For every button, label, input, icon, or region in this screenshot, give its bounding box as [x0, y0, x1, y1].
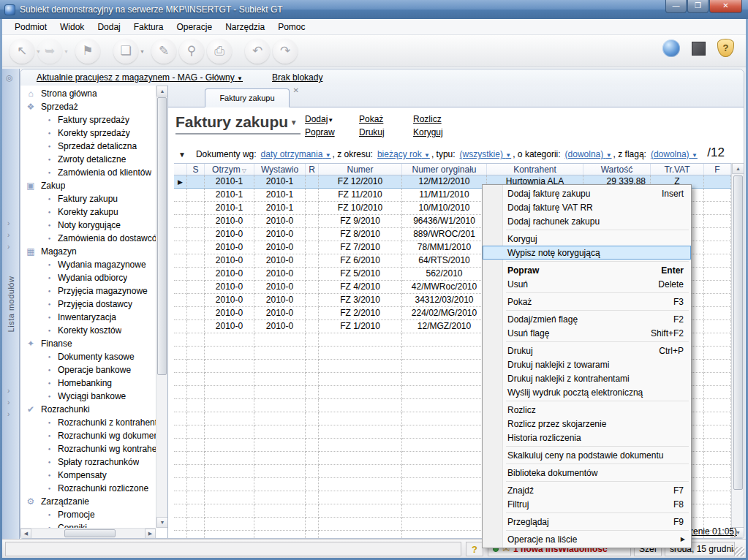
sidebar-item[interactable]: ● Faktury zakupu	[20, 192, 156, 205]
column-header-numer[interactable]: Numer	[319, 164, 402, 175]
action-link[interactable]: Rozlicz ▼	[413, 114, 467, 127]
sidebar-item[interactable]: ● Przyjęcia magazynowe	[20, 284, 156, 298]
context-menu-item[interactable]: Drukuj naklejki z kontrahentami ▶	[483, 371, 691, 385]
sidebar-item[interactable]: ● Wyciągi bankowe	[20, 390, 156, 403]
edit-document-icon[interactable]: ✎ ▼	[151, 39, 176, 64]
package-cube-icon[interactable]	[692, 42, 706, 56]
sidebar-vertical-scrollbar[interactable]: ▲ ▼	[156, 86, 167, 528]
action-link[interactable]: Pokaż ▼	[359, 114, 413, 127]
sidebar-item[interactable]: ● Korekty zakupu	[20, 205, 156, 219]
context-menu-item[interactable]: Dodaj rachunek zakupu ▶	[483, 214, 691, 228]
menubar-item[interactable]: Faktura	[127, 20, 170, 34]
warehouse-link[interactable]: Aktualnie pracujesz z magazynem - MAG - …	[37, 72, 243, 83]
menubar-item[interactable]: Dodaj	[91, 20, 126, 34]
context-menu-item[interactable]: Drukuj naklejki z towarami ▶	[483, 357, 691, 371]
context-menu-item[interactable]: Historia rozliczenia ▶	[483, 431, 691, 444]
scrollbar-thumb[interactable]	[64, 529, 116, 537]
column-header-trvat[interactable]: Tr.VAT	[651, 164, 704, 175]
column-header-kontrahent[interactable]: Kontrahent	[487, 164, 583, 175]
new-document-icon[interactable]: ❏ ▼	[113, 39, 138, 64]
title-bar[interactable]: Subiekt demonstracyjny na serwerze MKP\I…	[0, 0, 748, 19]
context-menu-item[interactable]: Wypisz notę korygującą ▶	[483, 246, 691, 260]
menubar-item[interactable]: Pomoc	[271, 20, 311, 34]
menubar-item[interactable]: Widok	[53, 20, 91, 34]
action-link[interactable]: Popraw ▼	[305, 127, 359, 140]
scrollbar-thumb[interactable]	[733, 175, 743, 490]
refresh-timer-link[interactable]: żenie 01:05)	[689, 526, 737, 537]
action-link[interactable]: Koryguj ▼	[413, 127, 467, 140]
context-menu-item[interactable]: Wyślij wydruk pocztą elektroniczną ▶	[483, 385, 691, 399]
flag-icon[interactable]: ⚑ ▼	[75, 39, 100, 64]
redo-arrow-icon[interactable]: ↷ ▼	[273, 39, 298, 64]
filter-category-link[interactable]: (dowolna) ▼	[565, 149, 612, 159]
minimize-button[interactable]: —	[665, 0, 687, 13]
undo-arrow-icon[interactable]: ↶ ▼	[245, 39, 270, 64]
close-button[interactable]: ✕	[709, 0, 742, 13]
filter-type-link[interactable]: (wszystkie) ▼	[460, 149, 512, 159]
sidebar-item[interactable]: ● Kompensaty	[20, 469, 156, 482]
context-menu-item[interactable]: Dodaj fakturę VAT RR ▶	[483, 200, 691, 214]
scroll-right-icon[interactable]: ▶	[145, 529, 156, 538]
sidebar-item[interactable]: ● Sprzedaż detaliczna	[20, 140, 156, 153]
sidebar-item[interactable]: ✔ Rozrachunki	[20, 403, 156, 416]
sidebar-item[interactable]: ● Wydania magazynowe	[20, 258, 156, 271]
scroll-down-icon[interactable]: ▼	[156, 517, 168, 528]
sidebar-item[interactable]: ▦ Magazyn	[20, 245, 156, 258]
sidebar-item[interactable]: ● Rozrachunki wg kontraher	[20, 442, 156, 455]
sidebar-item[interactable]: ⌂ Strona główna	[20, 87, 156, 100]
context-menu-item[interactable]: Przeglądaj F9 ▶	[483, 515, 691, 529]
sidebar-item[interactable]: ● Inwentaryzacja	[20, 311, 156, 324]
context-menu-item[interactable]: Rozlicz przez skojarzenie ▶	[483, 417, 691, 431]
sidebar-item[interactable]: ● Zwroty detaliczne	[20, 153, 156, 166]
sidebar-item[interactable]: ✦ Finanse	[20, 337, 156, 350]
dropdown-caret-icon[interactable]: ▼	[64, 49, 69, 54]
sidebar-item[interactable]: ● Przyjęcia dostawcy	[20, 298, 156, 311]
column-header-wystawio[interactable]: Wystawio	[254, 164, 306, 175]
context-menu-item[interactable]: Dodaj fakturę zakupu Insert ▶	[483, 186, 691, 200]
scrollbar-thumb[interactable]	[157, 97, 167, 375]
tab-faktury-zakupu[interactable]: Faktury zakupu ✕	[205, 88, 290, 107]
context-menu-item[interactable]: Drukuj Ctrl+P ▶	[483, 344, 691, 357]
sidebar-item[interactable]: ⚙ Zarządzanie	[20, 495, 156, 508]
context-menu-item[interactable]: Usuń flagę Shift+F2 ▶	[483, 326, 691, 340]
sidebar-item[interactable]: ● Wydania odbiorcy	[20, 271, 156, 284]
sidebar-item[interactable]: ● Rozrachunki wg dokumen	[20, 429, 156, 442]
sidebar-item[interactable]: ● Promocje	[20, 508, 156, 521]
sidebar-item[interactable]: ● Dokumenty kasowe	[20, 350, 156, 363]
preview-document-icon[interactable]: ⚲ ▼	[179, 39, 204, 64]
dropdown-caret-icon[interactable]: ▼	[140, 49, 145, 54]
sidebar-item[interactable]: ● Korekty sprzedaży	[20, 126, 156, 140]
context-menu-item[interactable]: Dodaj/zmień flagę F2 ▶	[483, 312, 691, 326]
menubar-item[interactable]: Narzędzia	[219, 20, 271, 34]
context-menu-item[interactable]: Skalkuluj ceny na podstawie dokumentu ▶	[483, 448, 691, 462]
context-menu-item[interactable]: Biblioteka dokumentów ▶	[483, 466, 691, 480]
help-button[interactable]: ?	[466, 542, 483, 556]
page-title[interactable]: Faktury zakupu ▼	[175, 113, 301, 135]
module-strip[interactable]: ◎ › › › Lista modułów › › ›	[2, 69, 20, 539]
lock-status-link[interactable]: Brak blokady	[272, 72, 322, 83]
sidebar-item[interactable]: ● Zamówienia od klientów	[20, 166, 156, 179]
scroll-up-icon[interactable]: ▲	[732, 163, 744, 174]
web-globe-icon[interactable]	[662, 39, 680, 57]
filter-caret-icon[interactable]: ▼	[178, 151, 186, 159]
maximize-button[interactable]: ❐	[687, 0, 709, 13]
table-vertical-scrollbar[interactable]: ▲ ▼	[731, 163, 744, 538]
sidebar-item[interactable]: ● Cenniki	[20, 521, 156, 528]
column-header-marker[interactable]	[174, 164, 187, 175]
context-menu-item[interactable]: Koryguj ▶	[483, 232, 691, 246]
pushpin-icon[interactable]: ◎	[6, 73, 13, 83]
context-menu-item[interactable]: Znajdź F7 ▶	[483, 483, 691, 497]
column-header-wartosc[interactable]: Wartość	[583, 164, 651, 175]
sidebar-item[interactable]: ● Noty korygujące	[20, 219, 156, 232]
sidebar-item[interactable]: ● Rozrachunki rozliczone	[20, 482, 156, 495]
scroll-left-icon[interactable]: ◀	[20, 529, 31, 538]
context-menu-item[interactable]: Rozlicz ▶	[483, 403, 691, 417]
context-menu-item[interactable]: Pokaż F3 ▶	[483, 295, 691, 309]
column-header-r[interactable]: R	[306, 164, 319, 175]
sidebar-item[interactable]: ● Operacje bankowe	[20, 363, 156, 377]
column-header-otrzym[interactable]: Otrzym▽	[205, 164, 254, 175]
filter-period-link[interactable]: bieżący rok ▼	[377, 149, 430, 159]
sidebar-item[interactable]: ● Rozrachunki z kontrahente	[20, 416, 156, 429]
menubar-item[interactable]: Operacje	[170, 20, 219, 34]
sidebar-item[interactable]: ❖ Sprzedaż	[20, 100, 156, 113]
